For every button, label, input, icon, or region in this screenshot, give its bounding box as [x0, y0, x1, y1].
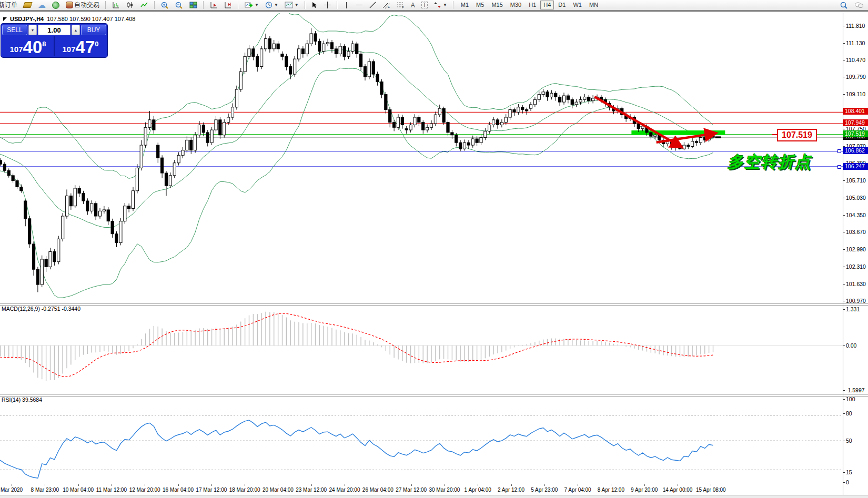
buy-price-sup: 0 — [95, 40, 98, 48]
add-indicator-button[interactable]: ▼ — [243, 0, 261, 10]
channel-tool-button[interactable]: E — [380, 0, 392, 10]
time-label-8: 20 Mar 04:00 — [263, 487, 294, 493]
toolbar-separator — [105, 1, 106, 9]
buy-price-big: 47 — [76, 39, 95, 55]
macd-tick--1.5997: -1.5997 — [846, 387, 865, 393]
rsi-pane-splitter[interactable] — [0, 394, 868, 397]
line-chart-mode-button[interactable] — [138, 0, 150, 10]
price-badge-106.862: 106.862 — [843, 147, 868, 154]
macd-tick-0.00: 0.00 — [846, 342, 856, 349]
time-tick-2 — [78, 484, 79, 486]
clock-icon — [265, 2, 272, 8]
candle-chart-mode-button[interactable] — [124, 0, 136, 10]
bar-chart-mode-button[interactable] — [110, 0, 122, 10]
periods-button[interactable]: ▼ — [263, 0, 280, 10]
price-badge-108.401: 108.401 — [843, 108, 868, 115]
chart-shift-button[interactable] — [222, 0, 234, 10]
fibonacci-tool-button[interactable]: F — [395, 0, 407, 10]
rsi-tick-100: 100 — [846, 396, 855, 402]
buy-price[interactable]: 107 47 0 — [55, 36, 106, 56]
price-tick-109.790: 109.790 — [846, 74, 866, 80]
timeframe-mn[interactable]: MN — [586, 1, 601, 9]
dropdown-caret: ▼ — [295, 3, 299, 7]
time-tick-7 — [245, 484, 245, 486]
time-tick-5 — [178, 484, 179, 486]
price-tick-104.350: 104.350 — [846, 212, 866, 218]
chart-ohlc-label: 107.580 107.590 107.407 107.408 — [47, 16, 135, 22]
time-label-13: 30 Mar 20:00 — [429, 487, 460, 493]
hline-handle[interactable] — [837, 149, 841, 153]
volume-increase-button[interactable]: ▲ — [72, 25, 80, 35]
one-click-trading-panel: SELL ▼ 1.00 ▲ BUY 107 40 8 107 47 0 — [1, 24, 107, 57]
tile-windows-button[interactable] — [187, 0, 199, 10]
gold-bar-icon — [23, 2, 33, 8]
time-label-11: 26 Mar 04:00 — [362, 487, 393, 493]
hline-handle[interactable] — [837, 165, 841, 169]
template-icon — [285, 2, 293, 8]
zoom-out-button[interactable] — [173, 0, 185, 10]
text-tool-button[interactable]: A — [409, 0, 417, 10]
timeframe-m30[interactable]: M30 — [507, 1, 524, 9]
timeframe-h4[interactable]: H4 — [540, 1, 554, 9]
time-label-21: 15 Apr 08:00 — [696, 487, 726, 493]
autotrade-label: 自动交易 — [74, 1, 99, 9]
price-tick-105.030: 105.030 — [846, 195, 866, 201]
timeframe-w1[interactable]: W1 — [570, 1, 585, 9]
time-label-2: 10 Mar 04:00 — [63, 487, 94, 493]
search-button[interactable] — [838, 0, 850, 10]
tile-windows-icon — [189, 2, 197, 8]
sell-price-prefix: 107 — [10, 45, 23, 54]
timeframe-h1[interactable]: H1 — [526, 1, 539, 9]
cloud-button[interactable]: ☁ — [36, 0, 48, 10]
volume-input[interactable]: 1.00 — [38, 25, 70, 35]
time-tick-17 — [578, 484, 578, 486]
price-axis-line[interactable] — [843, 13, 843, 495]
signal-button[interactable] — [50, 0, 62, 10]
timeframe-m1[interactable]: M1 — [458, 1, 472, 9]
shapes-tool-button[interactable]: ▼ — [432, 0, 449, 10]
time-tick-19 — [644, 484, 645, 486]
sell-button[interactable]: SELL — [2, 25, 27, 35]
timeframe-d1[interactable]: D1 — [555, 1, 569, 9]
label-tool-button[interactable]: T — [419, 0, 430, 10]
hline-tool-button[interactable] — [354, 0, 365, 10]
price-tick-102.990: 102.990 — [846, 246, 866, 252]
zoom-in-button[interactable] — [159, 0, 171, 10]
line-chart-icon — [140, 2, 148, 8]
auto-scroll-button[interactable] — [208, 0, 220, 10]
buy-button[interactable]: BUY — [81, 25, 106, 35]
vline-tool-button[interactable] — [341, 0, 351, 10]
rsi-label: RSI(14) 39.5684 — [2, 397, 42, 403]
macd-pane-splitter[interactable] — [0, 303, 868, 306]
hline-icon — [356, 5, 362, 5]
timeframe-m5[interactable]: M5 — [473, 1, 487, 9]
sell-price[interactable]: 107 40 8 — [2, 36, 55, 56]
svg-text:E: E — [388, 5, 390, 8]
toolbar-separator — [305, 1, 306, 9]
trendline-tool-button[interactable] — [367, 0, 378, 10]
rsi-tick-15: 15 — [846, 469, 852, 475]
trendline-icon — [369, 2, 376, 8]
new-order-button[interactable]: 新订单 — [0, 0, 19, 10]
cursor-button[interactable] — [309, 0, 320, 10]
templates-button[interactable]: ▼ — [282, 0, 301, 10]
autotrade-button[interactable]: 自动交易 — [64, 0, 102, 10]
time-tick-20 — [678, 484, 678, 486]
chat-button[interactable] — [852, 0, 866, 10]
time-tick-1 — [45, 484, 45, 486]
time-label-9: 23 Mar 12:00 — [296, 487, 327, 493]
volume-decrease-button[interactable]: ▼ — [28, 25, 37, 35]
price-tag-107519[interactable]: 107.519 — [777, 129, 817, 141]
panel-toggle-icon[interactable] — [3, 17, 7, 21]
timeframe-m15[interactable]: M15 — [488, 1, 506, 9]
crosshair-button[interactable] — [322, 0, 333, 10]
time-label-12: 27 Mar 12:00 — [396, 487, 427, 493]
time-tick-12 — [411, 484, 412, 486]
time-label-20: 14 Apr 00:00 — [663, 487, 693, 493]
sell-price-sup: 8 — [42, 40, 46, 48]
label-tool-icon: T — [421, 2, 428, 8]
gold-icon[interactable] — [22, 0, 34, 10]
svg-text:F: F — [402, 6, 404, 8]
time-label-0: Mar 2020 — [1, 487, 23, 493]
time-tick-3 — [112, 484, 112, 486]
